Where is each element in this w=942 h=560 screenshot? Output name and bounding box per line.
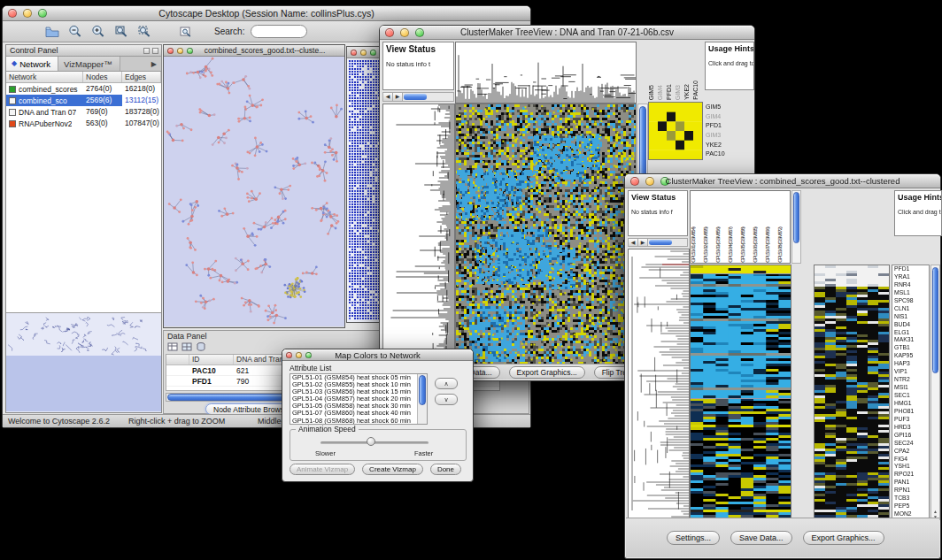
expression-heatmap[interactable] [691, 265, 791, 519]
birdseye-canvas[interactable] [6, 313, 161, 411]
treeview-button[interactable]: Export Graphics... [803, 531, 884, 545]
secondary-heatmap[interactable] [815, 265, 889, 519]
correlation-matrix[interactable] [649, 103, 702, 159]
network-row[interactable]: combined_scores 2764(0) 16218(0) [6, 83, 161, 95]
open-folder-icon[interactable] [43, 23, 60, 40]
scrollbar-thumb[interactable] [793, 192, 799, 243]
row-dendrogram-pane [382, 104, 455, 366]
scrollbar-thumb[interactable] [404, 94, 427, 100]
move-up-button[interactable]: ∧ [435, 378, 458, 389]
row-dendrogram[interactable] [383, 104, 454, 365]
desktop: { "colors": { "selection_blue": "#3b6fd4… [0, 0, 942, 560]
dialog-button[interactable]: Done [430, 464, 461, 475]
gene-label: VIP1 [894, 368, 929, 376]
list-vscrollbar[interactable] [417, 374, 427, 424]
network-table-header: Network Nodes Edges [6, 72, 161, 83]
scroll-right-arrow[interactable]: ▶ [638, 239, 648, 246]
dendrogram-hscrollbar[interactable]: ◀ ▶ [382, 92, 454, 102]
close-button[interactable] [8, 9, 17, 18]
condition-label: GPL51-02 (GSM855) [703, 227, 715, 263]
gene-label: YRA1 [894, 273, 929, 281]
close-button[interactable] [351, 50, 357, 56]
zoom-selected-icon[interactable] [135, 23, 152, 40]
condition-label: GPL51-08 (GSM872) [777, 227, 790, 263]
matrix-column-labels: GIM5GIM4PFD1GIM3YKE2PAC10 [648, 42, 701, 100]
row-dendrogram[interactable] [629, 249, 689, 518]
tab-network[interactable]: ◆ Network [6, 57, 58, 71]
network-frame: combined_scores_good.txt--cluste... [163, 44, 345, 328]
network-icon [9, 120, 16, 127]
network-table-body: combined_scores 2764(0) 16218(0) combine… [6, 83, 161, 129]
minimize-button[interactable] [645, 177, 654, 186]
dendrogram-hscrollbar[interactable]: ◀ ▶ [628, 238, 688, 247]
treeview-button[interactable]: Save Data... [730, 531, 792, 545]
heatmap-pane [455, 104, 637, 366]
search-input[interactable] [251, 25, 307, 38]
scroll-left-arrow[interactable]: ◀ [383, 93, 393, 101]
tab-overflow-arrow[interactable]: ▶ [147, 58, 161, 71]
minimize-button[interactable] [360, 50, 367, 56]
attribute-option[interactable]: GPL51-08 (GSM868) heat shock 60 min [290, 418, 427, 425]
network-frame-titlebar[interactable]: combined_scores_good.txt--cluste... [164, 45, 344, 57]
network-icon [9, 97, 16, 104]
column-dendrogram[interactable] [456, 42, 636, 103]
close-panel-icon[interactable] [152, 48, 158, 54]
treeview-button[interactable]: Settings... [667, 531, 720, 545]
control-panel-titlebar[interactable]: Control Panel [6, 45, 161, 57]
dialog-title: Map Colors to Network [318, 350, 437, 360]
tab-vizmapper[interactable]: VizMapper™ [58, 57, 120, 71]
network-canvas[interactable] [164, 57, 344, 326]
attribute-list-label: Attribute List [290, 364, 331, 372]
scrollbar-thumb[interactable] [932, 267, 938, 373]
network-row[interactable]: DNA and Tran 07 769(0) 183728(0) [6, 106, 161, 118]
gene-label-vertical: PFD1 [666, 84, 675, 100]
dialog-titlebar[interactable]: Map Colors to Network [282, 349, 473, 361]
window-title: ClusterMaker TreeView : DNA and Tran 07-… [415, 27, 719, 37]
minimize-button[interactable] [177, 48, 183, 54]
network-row[interactable]: combined_sco 2569(6) 13112(15) [6, 95, 161, 106]
snapshot-icon[interactable] [177, 23, 194, 40]
treeview-combined-titlebar[interactable]: ClusterMaker TreeView : combined_scores_… [625, 174, 940, 188]
dialog-button[interactable]: Create Vizmap [362, 464, 423, 475]
zoom-button[interactable] [370, 50, 376, 56]
zoom-button[interactable] [305, 352, 312, 358]
float-panel-icon[interactable] [143, 48, 150, 54]
minimize-button[interactable] [23, 9, 32, 18]
scrollbar-thumb[interactable] [649, 240, 672, 245]
zoom-out-icon[interactable] [66, 23, 83, 40]
close-button[interactable] [630, 177, 639, 186]
search-label: Search: [214, 27, 244, 36]
gene-label: GIM4 [706, 112, 753, 122]
usage-hints-box: Usage Hints Click and drag to [705, 42, 754, 90]
treeview-dna-titlebar[interactable]: ClusterMaker TreeView : DNA and Tran 07-… [380, 26, 754, 40]
expression-heatmap[interactable] [456, 104, 636, 365]
dialog-button[interactable]: Animate Vizmap [290, 464, 355, 475]
zoom-fit-icon[interactable] [112, 23, 129, 40]
network-row[interactable]: RNAPuberNov2 563(0) 107847(0) [6, 118, 161, 129]
scrollbar-thumb[interactable] [419, 375, 426, 405]
main-titlebar[interactable]: Cytoscape Desktop (Session Name: collins… [3, 6, 530, 21]
header-vscrollbar[interactable] [791, 190, 801, 264]
zoom-in-icon[interactable] [89, 23, 106, 40]
scroll-left-arrow[interactable]: ◀ [629, 239, 638, 246]
genelist-vscrollbar[interactable]: ▲▼ [930, 265, 940, 520]
close-button[interactable] [167, 48, 174, 54]
gene-label: GPI16 [894, 432, 929, 440]
birdseye-view[interactable] [6, 312, 161, 412]
scroll-right-arrow[interactable]: ▶ [393, 93, 403, 101]
treeview-combined-window: ClusterMaker TreeView : combined_scores_… [624, 173, 941, 559]
condition-label: GPL51-01 (GSM854) [691, 227, 703, 263]
minimize-button[interactable] [296, 352, 302, 358]
network-icon [9, 86, 16, 93]
attribute-options: GPL51-01 (GSM854) heat shock 05 minGPL51… [290, 374, 427, 425]
view-status-box: View Status No status info t [382, 42, 454, 90]
speed-slider-thumb[interactable] [367, 437, 375, 446]
usage-hints-box: Usage Hints Click and drag to [894, 190, 942, 236]
close-button[interactable] [385, 28, 394, 37]
matrix-row-labels: GIM5GIM4PFD1GIM3YKE2PAC10 [706, 103, 753, 159]
move-down-button[interactable]: ∨ [435, 394, 458, 405]
minimize-button[interactable] [400, 28, 409, 37]
gene-list: PFD1YRA1RNR4MSL1SPC98CLN1NIS1BUD4ELG1MAK… [892, 265, 930, 520]
close-button[interactable] [286, 352, 292, 358]
treeview-button[interactable]: Export Graphics... [509, 366, 585, 379]
